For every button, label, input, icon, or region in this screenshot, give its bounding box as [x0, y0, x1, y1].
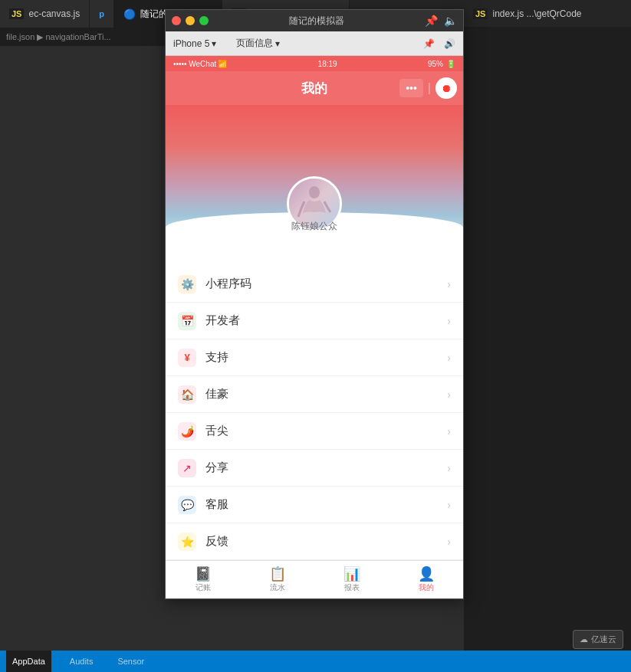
audits-label: Audits: [70, 657, 94, 666]
bottom-tab-audits[interactable]: Audits: [64, 651, 100, 672]
status-time: 18:19: [227, 60, 428, 68]
chevron-icon-shejian: ›: [447, 425, 451, 438]
right-editor-panel: JS index.js ...\getQrCode: [464, 0, 631, 672]
tab-label: ec-canvas.js: [28, 8, 80, 19]
wifi-icon: 📶: [218, 60, 227, 68]
hero-section: 陈钰娘公众: [166, 105, 463, 243]
pin-toolbar-icon[interactable]: 📌: [423, 38, 435, 49]
menu-list: ⚙️ 小程序码 › 📅 开发者 › ¥ 支持 › 🏠 佳豪 ›: [166, 243, 463, 560]
volume-icon[interactable]: 🔈: [444, 15, 457, 27]
chevron-icon-developer: ›: [447, 315, 451, 327]
device-selector[interactable]: iPhone 5 ▾: [173, 38, 216, 49]
simulator-controls: 📌 🔈: [425, 15, 457, 27]
jizhang-tab-icon: 📓: [195, 567, 212, 581]
device-label: iPhone 5: [173, 38, 209, 49]
audio-toolbar-icon[interactable]: 🔊: [444, 38, 455, 49]
tab-p[interactable]: p: [90, 0, 114, 28]
css-icon: p: [99, 9, 104, 18]
menu-label-kefu: 客服: [205, 497, 447, 512]
menu-item-developer[interactable]: 📅 开发者 ›: [166, 303, 463, 339]
menu-label-shejian: 舌尖: [205, 424, 447, 438]
status-bar: ••••• WeChat 📶 18:19 95% 🔋: [166, 56, 463, 71]
pin-icon[interactable]: 📌: [425, 15, 438, 27]
menu-label-support: 支持: [205, 350, 447, 365]
nav-more-button[interactable]: •••: [399, 79, 423, 97]
menu-item-jiahao[interactable]: 🏠 佳豪 ›: [166, 376, 463, 413]
watermark-text: 亿速云: [591, 634, 616, 645]
menu-item-feedback[interactable]: ⭐ 反馈 ›: [166, 523, 463, 560]
tab-wode[interactable]: 👤 我的: [389, 561, 463, 598]
simulator-icon: 🔵: [123, 8, 136, 20]
menu-label-feedback: 反馈: [205, 534, 447, 549]
status-left: ••••• WeChat 📶: [173, 60, 227, 68]
username: 陈钰娘公众: [291, 220, 337, 233]
bottom-tab-sensor[interactable]: Sensor: [111, 651, 150, 672]
window-maximize-button[interactable]: [199, 16, 209, 25]
support-icon: ¥: [178, 349, 196, 367]
page-chevron-icon: ▾: [275, 38, 280, 49]
jiahao-icon: 🏠: [178, 385, 196, 404]
tab-liushui[interactable]: 📋 流水: [240, 561, 314, 598]
share-icon: ↗: [178, 459, 196, 477]
bottom-tab-appdata[interactable]: AppData: [6, 651, 51, 672]
watermark: ☁ 亿速云: [573, 630, 623, 649]
wode-tab-label: 我的: [419, 582, 434, 593]
avatar-container[interactable]: 陈钰娘公众: [287, 176, 342, 231]
baobiao-tab-icon: 📊: [343, 567, 360, 581]
window-minimize-button[interactable]: [186, 16, 195, 25]
nav-record-button[interactable]: ⏺: [435, 77, 457, 99]
battery-icon: 🔋: [446, 60, 455, 68]
feedback-icon: ⭐: [178, 533, 196, 551]
battery-text: 95%: [428, 60, 443, 68]
menu-label-share: 分享: [205, 461, 447, 475]
menu-item-mini-program[interactable]: ⚙️ 小程序码 ›: [166, 266, 463, 303]
navigation-bar: 我的 ••• | ⏺: [166, 71, 463, 105]
mini-program-icon: ⚙️: [178, 275, 196, 293]
right-tab-label: index.js ...\getQrCode: [492, 8, 581, 19]
tab-jizhang[interactable]: 📓 记账: [166, 561, 240, 598]
carrier-text: ••••• WeChat: [173, 60, 216, 68]
simulator-titlebar: 随记的模拟器 📌 🔈: [166, 10, 463, 31]
page-label: 页面信息: [236, 37, 273, 50]
menu-item-support[interactable]: ¥ 支持 ›: [166, 339, 463, 376]
chevron-down-icon: ▾: [212, 38, 216, 49]
menu-item-share[interactable]: ↗ 分享 ›: [166, 450, 463, 487]
simulator-title: 随记的模拟器: [213, 15, 420, 28]
kefu-icon: 💬: [178, 496, 196, 514]
tab-bar: 📓 记账 📋 流水 📊 报表 👤 我的: [166, 560, 463, 598]
tab-baobiao[interactable]: 📊 报表: [314, 561, 389, 598]
simulator-toolbar: iPhone 5 ▾ 页面信息 ▾ 📌 🔊: [166, 31, 463, 56]
page-selector[interactable]: 页面信息 ▾: [236, 37, 280, 50]
record-icon: ⏺: [441, 82, 452, 94]
jizhang-tab-label: 记账: [196, 582, 211, 593]
simulator-window: 随记的模拟器 📌 🔈 iPhone 5 ▾ 页面信息 ▾ 📌 🔊 ••••• W…: [165, 9, 464, 599]
nav-divider: |: [428, 81, 431, 95]
window-close-button[interactable]: [172, 16, 181, 25]
tab-ec-canvas[interactable]: JS ec-canvas.js: [0, 0, 90, 28]
menu-item-shejian[interactable]: 🌶️ 舌尖 ›: [166, 413, 463, 450]
nav-actions: ••• | ⏺: [399, 77, 457, 99]
nav-title: 我的: [301, 80, 327, 97]
liushui-tab-label: 流水: [270, 582, 285, 593]
chevron-icon-share: ›: [447, 462, 451, 474]
cloud-icon: ☁: [580, 634, 588, 644]
menu-item-kefu[interactable]: 💬 客服 ›: [166, 487, 463, 523]
chevron-icon-support: ›: [447, 352, 451, 364]
right-tab: JS index.js ...\getQrCode: [464, 0, 631, 28]
iphone-screen: ••••• WeChat 📶 18:19 95% 🔋 我的 ••• | ⏺: [166, 56, 463, 598]
menu-label-mini-program: 小程序码: [205, 277, 447, 291]
chevron-icon-mini-program: ›: [447, 278, 451, 290]
menu-label-developer: 开发者: [205, 313, 447, 328]
chevron-icon-jiahao: ›: [447, 388, 451, 401]
js-icon: JS: [9, 8, 24, 19]
sensor-label: Sensor: [117, 657, 144, 666]
liushui-tab-icon: 📋: [269, 567, 286, 581]
toolbar-right: 📌 🔊: [423, 38, 455, 49]
baobiao-tab-label: 报表: [344, 582, 360, 593]
right-js-icon: JS: [473, 8, 488, 19]
bottom-bar: AppData Audits Sensor: [0, 651, 631, 672]
wode-tab-icon: 👤: [418, 567, 435, 581]
chevron-icon-kefu: ›: [447, 499, 451, 511]
chevron-icon-feedback: ›: [447, 536, 451, 548]
appdata-label: AppData: [12, 657, 45, 666]
